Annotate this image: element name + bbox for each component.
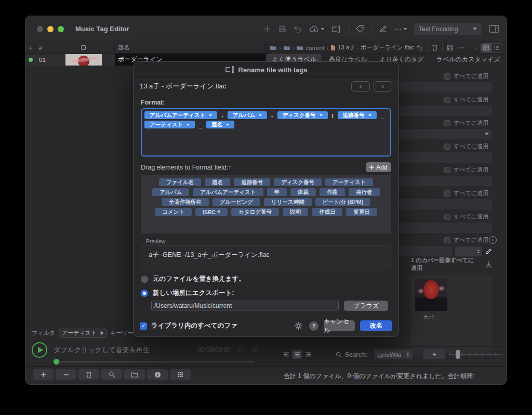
info-button[interactable] [147, 369, 168, 380]
search-files-button[interactable] [101, 369, 122, 380]
element-chip[interactable]: グルーピング [212, 198, 260, 206]
apply-all-control[interactable]: すべてに適用 + [444, 166, 488, 174]
ellipsis-icon[interactable]: ··· [458, 44, 466, 51]
breadcrumb-folder[interactable]: current [305, 45, 324, 51]
element-chip[interactable]: 追跡番号 [234, 178, 270, 186]
minimize-window-button[interactable] [47, 26, 54, 32]
format-token[interactable]: - [271, 111, 273, 119]
export-option[interactable]: 新しい場所にエクスポート: [141, 289, 391, 297]
cancel-button[interactable]: キャンセル [324, 320, 355, 331]
breadcrumb-file[interactable]: 13 a子 - ボーダーライン.flac [338, 44, 414, 51]
element-chip[interactable]: 年 [267, 188, 287, 196]
apply-all-control[interactable]: すべてに適用 + [444, 236, 488, 244]
apply-all-checkbox[interactable] [444, 237, 450, 243]
cover-box[interactable]: カバー [411, 275, 492, 354]
apply-all-checkbox[interactable] [444, 167, 450, 173]
element-chip[interactable]: ISRC # [195, 208, 228, 216]
export-radio[interactable] [141, 290, 148, 297]
apply-all-checkbox[interactable] [444, 214, 450, 220]
replace-option[interactable]: 元のファイルを置き換えます。 [141, 275, 391, 283]
add-file-button[interactable] [33, 369, 54, 380]
apply-all-control[interactable]: すべてに適用 + [444, 189, 488, 197]
more-button[interactable]: ··· [394, 25, 407, 33]
element-chip[interactable]: 説明 [283, 208, 308, 216]
lyrics-source-select[interactable]: LyricWiki [374, 349, 413, 359]
tag-button[interactable] [356, 25, 364, 33]
apply-all-checkbox[interactable] [444, 144, 450, 150]
element-chip[interactable]: 発行者 [349, 188, 380, 196]
undo-icon[interactable] [416, 45, 423, 50]
format-token[interactable]: アルバム [228, 111, 267, 119]
apply-all-control[interactable]: すべてに適用 + [444, 96, 488, 103]
column-number[interactable]: # [36, 42, 52, 53]
element-chip[interactable]: リリース時間 [264, 198, 312, 206]
add-ownership-button[interactable]: + [489, 236, 497, 244]
delete-button[interactable] [78, 369, 99, 380]
table-view-button[interactable] [481, 44, 491, 52]
format-token[interactable]: 追跡番号 [338, 111, 377, 119]
format-token[interactable]: _ [199, 121, 202, 128]
ownership-select[interactable] [455, 247, 482, 256]
apply-all-checkbox[interactable] [444, 73, 450, 80]
save-button[interactable] [278, 25, 286, 33]
open-folder-button[interactable] [124, 369, 145, 380]
list-view-button[interactable] [491, 44, 502, 52]
element-chip[interactable]: 作曲 [320, 188, 345, 196]
apply-all-checkbox[interactable] [444, 190, 450, 197]
edit-ownership-icon[interactable] [485, 248, 492, 255]
column-add[interactable]: + [25, 42, 36, 53]
replace-radio[interactable] [141, 276, 148, 283]
edit-button[interactable] [379, 25, 387, 33]
element-chip[interactable]: 変更日 [346, 208, 377, 216]
element-chip[interactable]: アーティスト [325, 178, 373, 186]
add-element-button[interactable]: Add [366, 162, 391, 172]
play-button[interactable] [32, 342, 47, 358]
apply-all-control[interactable]: すべてに適用 + [444, 142, 488, 150]
forward-button[interactable]: › [474, 45, 476, 51]
trash-icon[interactable] [432, 44, 438, 51]
column-title[interactable]: 題名 [115, 42, 265, 53]
cloud-download-button[interactable] [309, 25, 324, 33]
element-chip[interactable]: 作成日 [312, 208, 343, 216]
tab[interactable]: ラベルのカスタマイズ [431, 54, 506, 66]
help-button[interactable]: ? [309, 321, 318, 331]
element-chip[interactable]: カタログ番号 [231, 208, 279, 216]
cover-art-image[interactable] [415, 279, 447, 311]
format-token[interactable]: / [332, 111, 334, 119]
format-token[interactable]: - [221, 111, 223, 119]
rename-button[interactable] [331, 25, 341, 33]
apply-all-checkbox[interactable] [444, 120, 450, 126]
next-file-button[interactable]: › [374, 81, 392, 92]
save-icon[interactable] [447, 44, 454, 51]
element-chip[interactable]: 題名 [205, 178, 230, 186]
apply-all-control[interactable]: すべてに適用 + [444, 213, 488, 221]
zoom-window-button[interactable] [58, 26, 64, 32]
apply-all-control[interactable]: すべてに適用 + [444, 72, 488, 80]
zoom-knob[interactable] [456, 350, 460, 359]
remove-file-button[interactable] [56, 369, 76, 380]
format-field[interactable]: アルバムアーティスト-アルバム-ディスク番号/追跡番号_アーティスト_題名 [141, 108, 391, 157]
add-cover-button[interactable]: + [423, 349, 445, 359]
element-chip[interactable]: 全著作権所有 [162, 198, 209, 206]
text-encoding-select[interactable]: Text Encoding [414, 23, 482, 35]
element-chip[interactable]: コメント [155, 208, 192, 216]
format-token[interactable]: アルバムアーティスト [144, 111, 217, 119]
align-right-button[interactable] [303, 350, 313, 359]
previous-file-button[interactable]: ‹ [351, 81, 370, 92]
element-chip[interactable]: ディスク番号 [274, 178, 322, 186]
close-window-button[interactable] [37, 26, 43, 32]
element-chip[interactable]: ビート/分 (BPM) [315, 198, 371, 206]
column-artwork[interactable] [52, 42, 115, 53]
cover-zoom-slider[interactable] [449, 349, 502, 359]
filter-select[interactable]: アーティスト [59, 329, 107, 338]
align-left-button[interactable] [281, 350, 291, 359]
sidebar-toggle-button[interactable] [489, 25, 499, 33]
element-chip[interactable]: アルバムアーティスト [193, 188, 263, 196]
format-token[interactable]: _ [381, 111, 384, 119]
undo-button[interactable] [294, 25, 302, 33]
browse-button[interactable]: ブラウズ [344, 301, 388, 311]
apply-all-control[interactable]: すべてに適用 + [444, 119, 488, 127]
align-center-button[interactable] [292, 350, 302, 359]
add-button[interactable] [263, 25, 271, 33]
element-chip[interactable]: アルバム [152, 188, 189, 196]
